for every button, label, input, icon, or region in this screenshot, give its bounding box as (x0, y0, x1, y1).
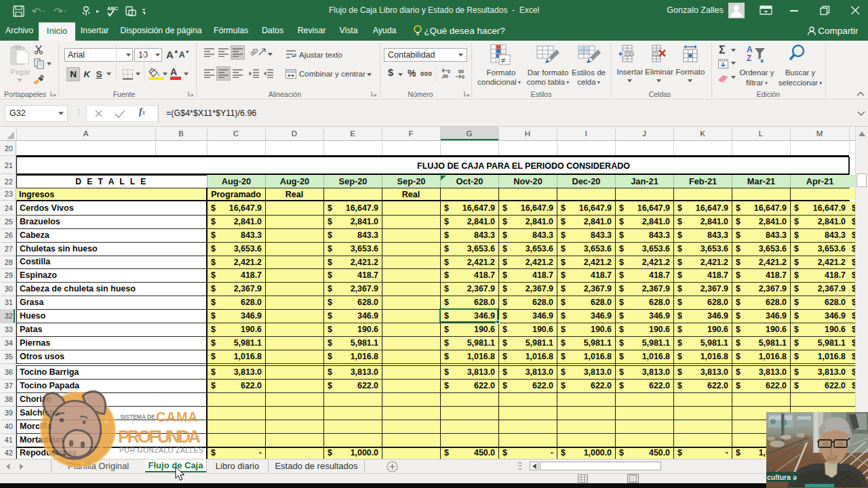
svg-text:POR GONZALO ZALLES: POR GONZALO ZALLES (119, 447, 203, 454)
svg-text:PROFUNDA: PROFUNDA (118, 427, 201, 446)
svg-text:SISTEMA DE: SISTEMA DE (120, 413, 155, 420)
svg-text:0: 0 (462, 75, 465, 79)
svg-text:00: 00 (458, 69, 464, 74)
svg-text:CAMA: CAMA (156, 409, 198, 424)
svg-text:,00: ,00 (441, 74, 448, 79)
svg-text:≠: ≠ (501, 56, 506, 65)
svg-text:0: 0 (448, 69, 450, 74)
